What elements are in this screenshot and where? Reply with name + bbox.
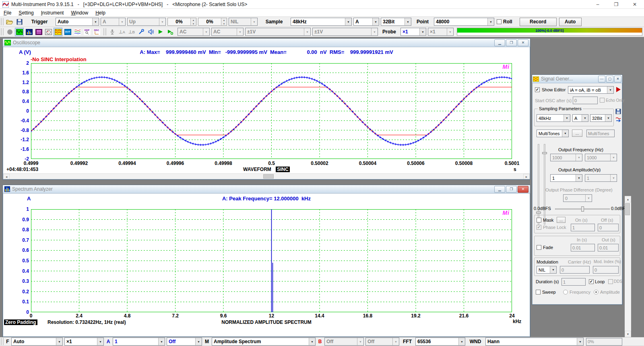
freq-a-select[interactable]: 1000▼ [550,154,582,161]
slider-a-thumb[interactable] [536,212,541,214]
siggen-rate-select[interactable]: 48kHz▼ [537,114,570,122]
carrier-input[interactable]: 0 [560,266,590,274]
sample-channel-select[interactable]: A▼ [353,18,379,26]
amp-b-select[interactable]: 1▼ [585,174,617,182]
b-scale-select[interactable]: Off▼ [324,338,364,346]
trigger-edge-select[interactable]: Up▼ [127,18,166,26]
wnd-function-select[interactable]: Hann▼ [485,338,584,346]
coupling-b-select[interactable]: AC▼ [211,28,244,36]
auto-scale-button[interactable]: Auto [559,18,582,26]
multi-instrument-icon[interactable] [34,28,43,36]
trigger-hpf-select[interactable]: NIL▼ [229,18,258,26]
dut-icon[interactable]: DUT [63,28,72,36]
a-shift-select[interactable]: Off▼ [167,338,202,346]
phase-select[interactable]: 0▼ [563,194,592,202]
ddp-viewer-icon[interactable]: DDP [83,28,91,36]
scroll-down-icon[interactable]: ▼ [625,331,631,337]
reference-a-icon[interactable]: ⊥A [118,28,126,36]
oscilloscope-icon[interactable] [15,28,24,36]
start-osc-input[interactable]: 0 [573,97,598,104]
overlap-input[interactable]: 0% [586,338,622,346]
fade-in-input[interactable]: 0.01 [571,244,595,251]
dbfs-slider-thumb[interactable] [581,206,584,212]
osc-hscrollbar[interactable]: ◄ ► [3,173,530,179]
wave-a-select[interactable]: MultiTones▼ [537,130,569,137]
mask-on-input[interactable]: 1 [571,224,595,231]
mask-off-input[interactable]: 0 [598,224,619,231]
range-b-select[interactable]: ±1V▼ [312,28,378,36]
osc-minimize-button[interactable]: ▁ [494,39,505,46]
mdi-vscrollbar[interactable]: ▲ ▼ [625,196,631,337]
speaker-icon[interactable] [147,28,155,36]
menu-window[interactable]: Window [67,9,92,16]
data-logger-icon[interactable] [44,28,53,36]
mod-index-input[interactable]: 0 [593,266,619,274]
menu-setting[interactable]: Setting [15,9,37,16]
loop-checkbox[interactable] [589,279,594,284]
spec-restore-button[interactable]: ❐ [506,186,517,193]
dbfs-slider[interactable] [555,208,610,210]
fade-checkbox[interactable] [537,245,541,250]
siggen-titlebar[interactable]: Signal Gener... — ▢ ✕ [532,75,622,83]
roll-checkbox[interactable] [497,19,502,24]
sweep-frequency-radio[interactable] [563,290,568,295]
siggen-maximize-button[interactable]: ▢ [606,76,613,82]
menu-file[interactable]: File [0,9,15,16]
probe-b-select[interactable]: ×1▼ [428,28,454,36]
record-button[interactable]: Record [520,18,557,26]
reference-b-icon[interactable]: ⊥B [127,28,136,36]
phase-lock-checkbox[interactable] [537,225,541,230]
wave-more-button[interactable]: ... [572,130,582,137]
menu-help[interactable]: Help [92,9,109,16]
siggen-bits-select[interactable]: 32Bit▼ [590,114,612,122]
zoom-select[interactable]: ×1▼ [64,338,104,346]
amp-a-select[interactable]: 1▼ [550,174,582,182]
roll-checkbox-row[interactable]: Roll [497,19,512,25]
save-button[interactable] [15,18,24,26]
trigger-source-select[interactable]: A▼ [101,18,126,26]
spin-up-icon[interactable]: ▲ [191,18,196,22]
signal-generator-icon[interactable] [54,28,62,36]
oscilloscope-titlebar[interactable]: Oscilloscope ▁ ❐ ✕ [3,39,530,47]
probe-a-select[interactable]: ×1▼ [400,28,426,36]
point-count-select[interactable]: 48000▼ [434,18,494,26]
close-button[interactable]: ✕ [625,0,644,8]
spectrum-titlebar[interactable]: Spectrum Analyzer ▁ ❐ ✕ [3,185,530,194]
sample-bits-select[interactable]: 32Bit▼ [381,18,411,26]
osc-plot-area[interactable]: Mi [31,63,512,159]
stop-icon[interactable] [5,28,14,36]
time-mode-select[interactable]: Auto▼ [11,338,63,346]
range-a-select[interactable]: ±1V▼ [245,28,311,36]
ddc-icon[interactable]: DDC [92,28,101,36]
osc-close-button[interactable]: ✕ [518,39,528,46]
dds-checkbox[interactable] [608,279,613,284]
play-output-icon[interactable] [166,28,175,36]
scroll-up-icon[interactable]: ▲ [625,196,631,202]
show-editor-checkbox[interactable] [535,87,540,92]
osc-restore-button[interactable]: ❐ [506,39,517,46]
spin-up-icon[interactable]: ▲ [221,18,227,22]
siggen-play-icon[interactable] [615,86,621,93]
trigger-delay-spinner[interactable]: 0%▲▼ [198,18,227,26]
maximize-button[interactable]: ❐ [607,0,625,8]
duration-input[interactable]: 1 [561,278,586,286]
sample-rate-select[interactable]: 48kHz▼ [291,18,352,26]
slider-b-thumb[interactable] [542,152,547,154]
sweep-checkbox[interactable] [536,290,541,295]
wave-b-input[interactable]: MultiTones [586,130,615,137]
calibration-icon[interactable] [137,28,146,36]
spec-close-button[interactable]: ✕ [518,186,528,193]
mask-more-button[interactable]: ... [557,217,566,223]
siggen-stream-icon[interactable] [615,117,621,122]
siggen-channel-select[interactable]: A▼ [572,114,588,122]
spin-down-icon[interactable]: ▼ [191,22,196,25]
siggen-close-button[interactable]: ✕ [614,76,621,82]
echo-only-checkbox[interactable] [600,98,605,103]
scroll-left-icon[interactable]: ◄ [3,174,10,179]
microphone-icon[interactable] [108,28,117,36]
fade-out-input[interactable]: 0.01 [598,244,619,251]
spectrum-analyzer-icon[interactable] [25,28,33,36]
menu-instrument[interactable]: Instrument [37,9,68,16]
derived-data-icon[interactable] [73,28,82,36]
b-shift-select[interactable]: Off▼ [365,338,399,346]
